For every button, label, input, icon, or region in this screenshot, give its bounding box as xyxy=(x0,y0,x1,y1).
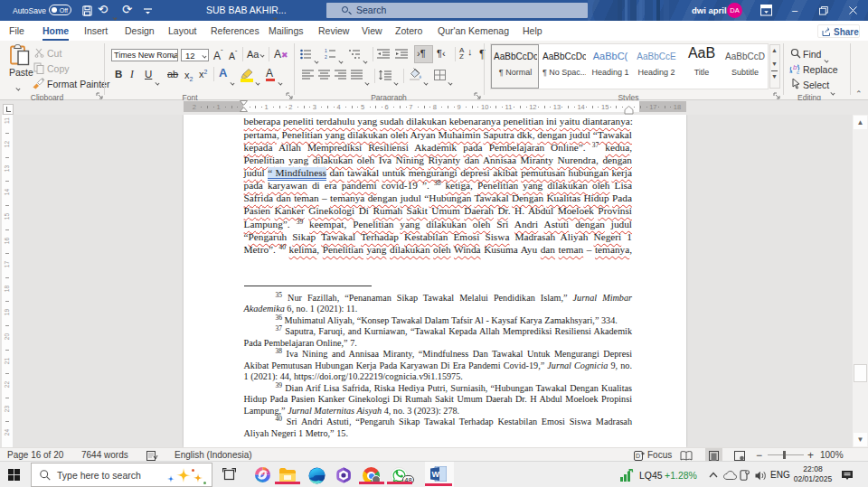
svg-text:2: 2 xyxy=(325,54,327,60)
svg-text:c: c xyxy=(797,70,799,74)
svg-text:W: W xyxy=(432,470,440,479)
svg-text:D: D xyxy=(636,453,640,459)
svg-text:1: 1 xyxy=(325,49,327,53)
